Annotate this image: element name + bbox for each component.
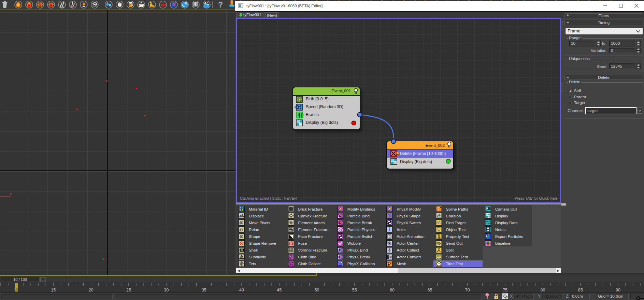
svg-text:90: 90	[616, 288, 620, 292]
svg-text:40: 40	[239, 288, 244, 292]
svg-text:55: 55	[352, 288, 357, 292]
svg-text:25: 25	[126, 288, 131, 292]
svg-text:60: 60	[390, 288, 395, 292]
svg-text:30: 30	[164, 288, 169, 292]
svg-text:75: 75	[503, 288, 507, 292]
svg-text:85: 85	[578, 288, 583, 292]
svg-text:50: 50	[315, 288, 319, 292]
svg-text:20: 20	[89, 288, 94, 292]
svg-text:80: 80	[540, 288, 545, 292]
svg-text:45: 45	[277, 288, 282, 292]
svg-text:x: x	[10, 191, 12, 196]
svg-text:65: 65	[427, 288, 432, 292]
svg-text:35: 35	[202, 288, 206, 292]
svg-text:70: 70	[465, 288, 470, 292]
svg-text:15: 15	[51, 288, 56, 292]
